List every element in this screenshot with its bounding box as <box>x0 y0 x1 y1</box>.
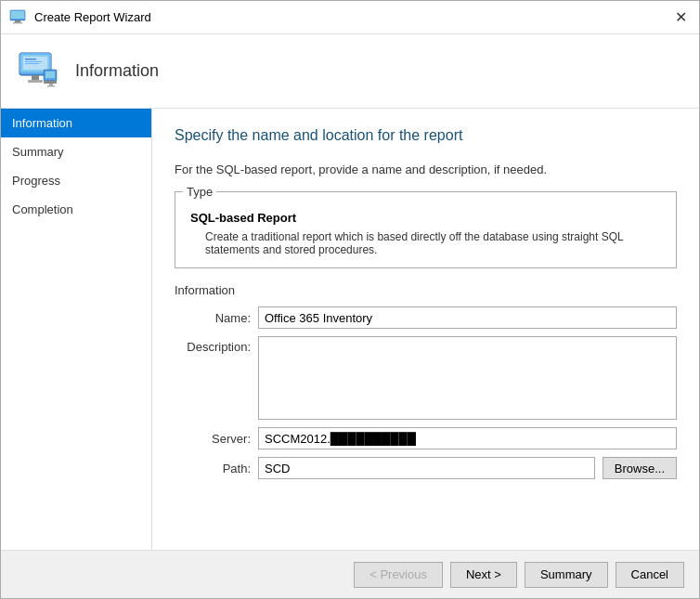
svg-rect-16 <box>45 72 55 78</box>
svg-rect-9 <box>25 59 36 60</box>
type-name: SQL-based Report <box>190 211 661 225</box>
svg-rect-17 <box>44 81 57 84</box>
previous-button[interactable]: < Previous <box>354 562 443 588</box>
title-bar-icon <box>8 8 27 27</box>
path-input[interactable] <box>258 457 595 479</box>
sidebar-item-summary[interactable]: Summary <box>1 137 151 166</box>
svg-rect-10 <box>25 61 42 62</box>
title-bar: Create Report Wizard ✕ <box>1 1 699 34</box>
summary-button[interactable]: Summary <box>525 562 608 588</box>
wizard-header: Information <box>1 34 699 109</box>
path-row: Path: Browse... <box>175 457 677 479</box>
name-label: Name: <box>175 311 258 325</box>
header-icon <box>16 49 60 94</box>
header-title: Information <box>75 61 159 81</box>
description-input[interactable] <box>258 336 677 420</box>
type-group-label: Type <box>183 185 216 199</box>
svg-rect-18 <box>49 84 53 85</box>
browse-button[interactable]: Browse... <box>603 457 677 479</box>
path-input-group: Browse... <box>258 457 677 479</box>
wizard-footer: < Previous Next > Summary Cancel <box>1 550 699 598</box>
server-input[interactable] <box>258 427 677 449</box>
svg-rect-2 <box>11 11 24 19</box>
title-bar-left: Create Report Wizard <box>8 8 151 27</box>
info-group-label: Information <box>175 283 677 297</box>
type-description: Create a traditional report which is bas… <box>205 230 661 256</box>
intro-text: For the SQL-based report, provide a name… <box>175 163 677 176</box>
description-label: Description: <box>175 336 258 354</box>
sidebar: Information Summary Progress Completion <box>1 109 152 550</box>
description-row: Description: <box>175 336 677 420</box>
svg-rect-13 <box>28 80 43 83</box>
svg-rect-19 <box>47 85 55 87</box>
content-area: Specify the name and location for the re… <box>152 109 699 550</box>
svg-rect-11 <box>25 63 39 64</box>
server-row: Server: <box>175 427 677 449</box>
main-content: Information Summary Progress Completion … <box>1 109 699 550</box>
title-bar-text: Create Report Wizard <box>34 10 151 24</box>
sidebar-item-progress[interactable]: Progress <box>1 166 151 195</box>
type-group-box: Type SQL-based Report Create a tradition… <box>175 191 677 268</box>
page-title: Specify the name and location for the re… <box>175 127 677 144</box>
svg-rect-3 <box>15 20 20 22</box>
cancel-button[interactable]: Cancel <box>616 562 684 588</box>
server-label: Server: <box>175 432 258 446</box>
wizard-window: Create Report Wizard ✕ Information <box>0 0 700 599</box>
path-label: Path: <box>175 462 258 475</box>
close-button[interactable]: ✕ <box>669 7 692 29</box>
info-section: Information Name: Description: Server: <box>175 283 677 479</box>
sidebar-item-information[interactable]: Information <box>1 109 151 137</box>
svg-rect-12 <box>32 75 39 80</box>
name-row: Name: <box>175 306 677 329</box>
svg-rect-4 <box>13 22 22 24</box>
sidebar-item-completion[interactable]: Completion <box>1 195 151 224</box>
next-button[interactable]: Next > <box>450 562 517 588</box>
name-input[interactable] <box>258 306 677 329</box>
